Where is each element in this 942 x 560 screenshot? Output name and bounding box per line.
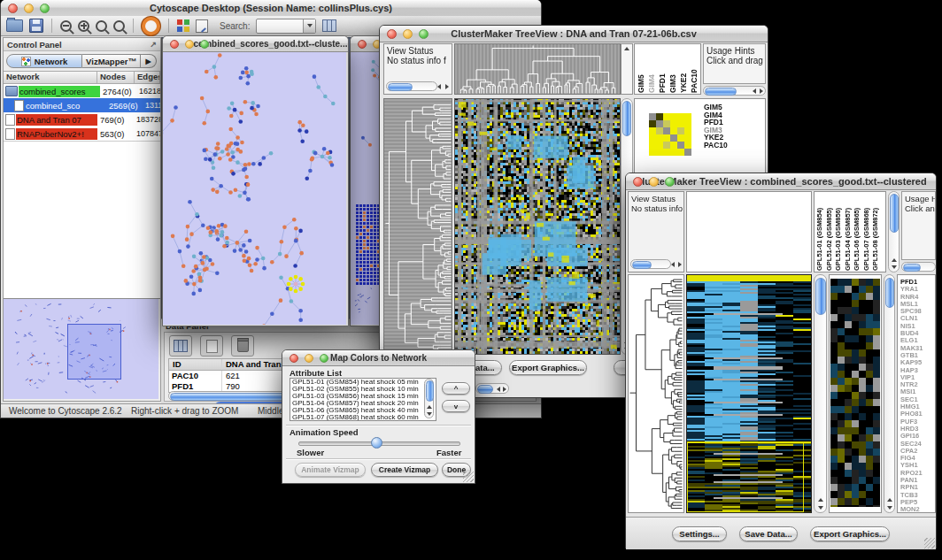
network-table-row[interactable]: combined_sco 2569(6) 13112(15) (4, 98, 160, 112)
col-id[interactable]: ID (169, 359, 222, 370)
save-session-icon[interactable] (29, 19, 43, 33)
col-nodes[interactable]: Nodes (97, 72, 135, 83)
move-down-button[interactable]: v (442, 400, 470, 412)
tv2-global-heatmap[interactable] (686, 274, 812, 513)
resize-grip[interactable] (924, 538, 935, 548)
scroll-thumb[interactable] (890, 194, 899, 233)
scroll-left-icon[interactable] (497, 387, 500, 392)
tv2-export-graphics-button[interactable]: Export Graphics... (810, 526, 890, 541)
resize-grip[interactable] (463, 472, 474, 482)
network-table-header[interactable]: Network Nodes Edges (4, 71, 160, 84)
tab-vizmapper[interactable]: VizMapper™ (82, 54, 141, 68)
annotation-icon[interactable] (196, 19, 208, 33)
vizmapper-icon[interactable] (177, 19, 189, 32)
close-button[interactable] (290, 354, 298, 363)
scroll-right-icon[interactable] (760, 88, 763, 94)
scroll-left-icon[interactable] (437, 84, 441, 89)
scroll-down-icon[interactable] (892, 265, 897, 269)
tv2-row-dendrogram-canvas[interactable] (629, 275, 683, 512)
column-label[interactable]: GPL51-06 (GSM865) (853, 193, 862, 271)
main-titlebar[interactable]: Cytoscape Desktop (Session Name: collins… (1, 0, 541, 17)
column-label[interactable]: GPL51-02 (GSM855) (825, 193, 835, 271)
network1-canvas[interactable] (163, 52, 346, 325)
tv2-settings-button[interactable]: Settings... (672, 526, 727, 541)
column-label[interactable]: PAC10 (690, 45, 699, 93)
search-dropdown-icon[interactable] (303, 19, 315, 33)
create-vizmap-button[interactable]: Create Vizmap (371, 463, 438, 477)
scroll-up-icon[interactable] (892, 258, 897, 262)
scroll-thumb[interactable] (632, 261, 652, 269)
tv2-heatmap-canvas[interactable] (687, 275, 811, 512)
column-label[interactable]: GPL51-07 (GSM868) (862, 193, 872, 271)
network-table-row[interactable]: RNAPuberNov2+! 563(0) 107847(0) (4, 127, 160, 141)
close-button[interactable] (170, 40, 179, 49)
tv1-column-dendrogram-canvas[interactable] (455, 44, 620, 94)
zoom-button[interactable] (40, 4, 50, 13)
tv1-export-graphics-button[interactable]: Export Graphics... (509, 360, 587, 375)
scroll-down-icon[interactable] (887, 506, 892, 510)
scroll-up-icon[interactable] (818, 498, 823, 502)
scroll-thumb[interactable] (903, 264, 921, 272)
minimize-button[interactable] (649, 177, 659, 187)
network-name[interactable]: combined_sco (25, 100, 106, 111)
gene-label[interactable]: MON2 (900, 506, 935, 513)
column-label[interactable]: GIM5 (637, 45, 646, 93)
tv2-zoom-scrollbar[interactable] (884, 274, 895, 513)
slider-thumb[interactable] (371, 437, 382, 449)
tv2-vscrollbar[interactable] (814, 274, 827, 513)
minimize-button[interactable] (185, 40, 194, 49)
minimize-button[interactable] (403, 29, 413, 39)
network-table-row[interactable]: DNA and Tran 07 769(0) 183728(0) (4, 112, 160, 127)
help-icon[interactable] (142, 17, 160, 35)
network-name[interactable]: combined_scores (19, 86, 100, 97)
tv2-save-data-button[interactable]: Save Data... (739, 526, 798, 541)
scroll-thumb[interactable] (705, 88, 737, 96)
attribute-row-id[interactable]: PAC10 (169, 371, 222, 381)
search-input[interactable] (256, 19, 316, 34)
tv1-row-dendrogram[interactable] (383, 98, 452, 355)
tv1-heatmap-canvas[interactable] (455, 99, 620, 354)
scroll-down-icon[interactable] (427, 412, 432, 416)
tv1-status-scrollbar[interactable] (386, 81, 437, 91)
new-attribute-button[interactable] (200, 335, 223, 357)
zoom-button[interactable] (419, 29, 429, 39)
treeview1-titlebar[interactable]: ClusterMaker TreeView : DNA and Tran 07-… (380, 26, 768, 42)
select-attributes-button[interactable] (169, 335, 192, 357)
tv2-usage-scrollbar[interactable] (901, 262, 936, 272)
zoom-selected-icon[interactable] (113, 20, 125, 32)
treeview2-titlebar[interactable]: ClusterMaker TreeView : combined_scores_… (626, 173, 936, 190)
tv1-global-heatmap[interactable] (454, 98, 621, 355)
column-label[interactable]: GIM3 (668, 45, 678, 93)
zoom-button[interactable] (320, 354, 328, 363)
column-label[interactable]: GPL51-04 (GSM857) (844, 193, 853, 271)
animate-vizmap-button[interactable]: Animate Vizmap (295, 463, 366, 477)
tv1-bottom-scrollbar[interactable] (475, 383, 509, 394)
delete-attribute-button[interactable] (231, 335, 254, 357)
zoom-button[interactable] (665, 177, 675, 187)
zoom-fit-icon[interactable] (96, 20, 107, 32)
tv2-row-dendrogram[interactable] (628, 274, 684, 513)
scroll-thumb[interactable] (815, 278, 826, 315)
zoom-out-icon[interactable] (60, 20, 72, 32)
float-panel-icon[interactable]: ↗ (150, 40, 157, 49)
close-button[interactable] (387, 29, 397, 39)
tv1-zoom-heatmap-canvas[interactable] (649, 113, 691, 156)
network-table-row[interactable]: combined_scores 2764(0) 16218(0) (4, 84, 160, 98)
minimize-button[interactable] (24, 4, 34, 13)
column-label[interactable]: PFD1 (658, 45, 668, 93)
tv2-column-dendrogram-panel[interactable] (686, 191, 812, 272)
scroll-thumb[interactable] (426, 380, 434, 402)
row-label[interactable]: PAC10 (704, 142, 728, 150)
tab-overflow-button[interactable]: ▶ (141, 54, 157, 68)
scroll-right-icon[interactable] (503, 387, 506, 392)
column-label[interactable]: GPL51-01 (GSM854) (815, 193, 825, 271)
scroll-left-icon[interactable] (753, 88, 756, 94)
scroll-left-icon[interactable] (671, 262, 675, 267)
scroll-thumb[interactable] (885, 278, 894, 308)
move-up-button[interactable]: ^ (442, 382, 470, 395)
scroll-up-icon[interactable] (427, 405, 432, 409)
column-label[interactable]: GIM4 (647, 45, 657, 93)
network-name[interactable]: DNA and Tran 07 (16, 114, 97, 126)
tv1-usage-scrollbar[interactable] (703, 86, 766, 96)
scroll-up-icon[interactable] (887, 498, 892, 502)
